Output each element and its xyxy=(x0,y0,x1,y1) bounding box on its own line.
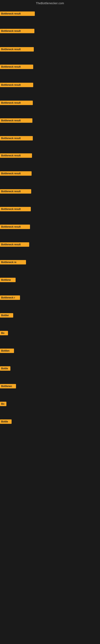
bottleneck-result-item: Bottler xyxy=(0,313,13,318)
bottleneck-result-item: Bottle xyxy=(0,366,10,371)
bottleneck-result-item: Bottleneck result xyxy=(0,83,33,87)
site-title: TheBottlenecker.com xyxy=(0,0,100,6)
bottleneck-result-item: Bottleneck result xyxy=(0,100,33,105)
bottleneck-result-item: Bottlene xyxy=(0,278,16,282)
bottleneck-result-item: Bottle xyxy=(0,420,12,424)
bottleneck-result-item: Bottleneck result xyxy=(0,153,32,158)
bottleneck-result-item: Bottleneck result xyxy=(0,171,32,176)
bottleneck-result-item: Bo xyxy=(0,331,8,335)
bottleneck-result-item: Bottlen xyxy=(0,348,14,353)
bottleneck-result-item: Bottlenec xyxy=(0,384,16,388)
bottleneck-result-item: Bottleneck result xyxy=(0,12,35,16)
bottleneck-result-item: Bottleneck result xyxy=(0,224,30,229)
bottleneck-result-item: Bottleneck result xyxy=(0,29,34,33)
bottleneck-result-item: Bottleneck result xyxy=(0,189,31,194)
bottleneck-result-item: Bottleneck result xyxy=(0,64,33,69)
bottleneck-result-item: Bottleneck result xyxy=(0,47,34,52)
bottleneck-result-item: Bottleneck result xyxy=(0,242,29,247)
bottleneck-result-item: Bottleneck re xyxy=(0,260,26,264)
bottleneck-result-item: Bottleneck result xyxy=(0,207,31,211)
bottleneck-result-item: Bottleneck r xyxy=(0,296,20,300)
bottleneck-result-item: Bo xyxy=(0,402,6,406)
bottleneck-result-item: Bottleneck result xyxy=(0,136,33,140)
bottleneck-result-item: Bottleneck result xyxy=(0,118,32,123)
